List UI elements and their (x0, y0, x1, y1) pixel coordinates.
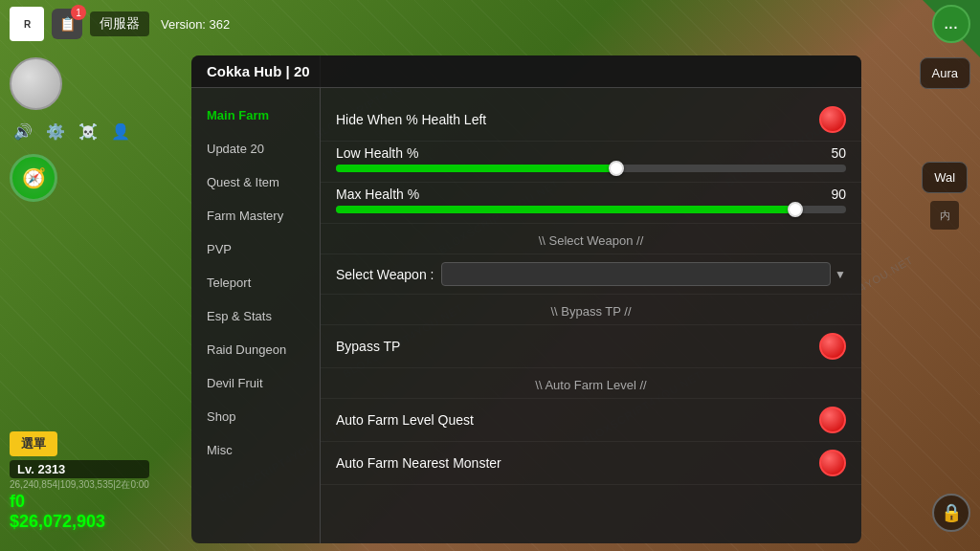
sidebar-item-update-20[interactable]: Update 20 (191, 132, 320, 165)
lock-button[interactable]: 🔒 (932, 494, 970, 532)
low-health-value: 50 (817, 145, 846, 161)
left-hud: 🔊 ⚙️ ☠️ 👤 🧭 (10, 57, 134, 202)
dropdown-arrow-icon: ▼ (835, 268, 846, 281)
sidebar-item-devil-fruit[interactable]: Devil Fruit (191, 366, 320, 400)
sidebar-item-quest-item[interactable]: Quest & Item (191, 165, 320, 199)
hide-health-label: Hide When % Health Left (336, 112, 819, 127)
server-label[interactable]: 伺服器 (90, 11, 149, 36)
sidebar-item-main-farm[interactable]: Main Farm (191, 99, 320, 132)
right-panel-icon: 内 (930, 201, 959, 230)
panel-title: Cokka Hub | 20 (207, 63, 310, 79)
sidebar-item-raid-dungeon[interactable]: Raid Dungeon (191, 333, 320, 366)
sidebar-item-pvp[interactable]: PVP (191, 232, 320, 266)
more-options-button[interactable]: ... (932, 5, 970, 43)
hud-icons: 🔊 ⚙️ ☠️ 👤 (10, 118, 134, 144)
sidebar-item-shop[interactable]: Shop (191, 400, 320, 433)
max-health-label: Max Health % (336, 187, 419, 202)
compass-icon: 🧭 (10, 154, 57, 202)
hide-health-toggle[interactable] (819, 106, 846, 133)
select-button[interactable]: 選單 (10, 431, 57, 456)
select-weapon-row: Select Weapon : ▼ (321, 254, 861, 295)
bypass-tp-row: Bypass TP (321, 325, 861, 368)
sidebar-item-farm-mastery[interactable]: Farm Mastery (191, 199, 320, 232)
sidebar: Main Farm Update 20 Quest & Item Farm Ma… (191, 55, 321, 543)
right-hud: Aura Wal 内 (920, 57, 970, 230)
roblox-icon: R (10, 7, 44, 41)
max-health-slider-row: Max Health % 90 (321, 183, 861, 224)
auto-farm-nearest-row: Auto Farm Nearest Monster (321, 442, 861, 485)
max-health-thumb[interactable] (788, 202, 803, 217)
sound-icon[interactable]: 🔊 (10, 118, 36, 144)
auto-farm-nearest-label: Auto Farm Nearest Monster (336, 455, 819, 471)
gear-icon[interactable]: ⚙️ (42, 118, 69, 144)
level-badge: Lv. 2313 (10, 460, 149, 478)
money-display: $26,072,903 (10, 512, 149, 532)
max-health-track[interactable] (336, 206, 846, 213)
moon-icon (10, 57, 62, 110)
bypass-tp-label: Bypass TP (336, 339, 819, 354)
content-area: Hide When % Health Left Low Health % 50 … (321, 55, 861, 543)
stat-f0: f0 (10, 492, 149, 512)
notification-badge[interactable]: 📋 1 (52, 9, 82, 39)
max-health-value: 90 (817, 187, 846, 202)
auto-farm-level-quest-row: Auto Farm Level Quest (321, 399, 861, 442)
main-panel: Cokka Hub | 20 Main Farm Update 20 Quest… (191, 55, 861, 543)
auto-farm-level-header: \\ Auto Farm Level // (321, 368, 861, 399)
low-health-thumb[interactable] (609, 161, 624, 176)
sidebar-item-teleport[interactable]: Teleport (191, 266, 320, 299)
auto-farm-nearest-toggle[interactable] (819, 450, 846, 476)
max-health-fill (336, 206, 795, 213)
hide-health-row: Hide When % Health Left (321, 99, 861, 142)
low-health-fill (336, 165, 616, 172)
low-health-track[interactable] (336, 165, 846, 172)
select-weapon-dropdown[interactable] (441, 262, 831, 286)
select-weapon-label: Select Weapon : (336, 267, 434, 282)
bypass-tp-toggle[interactable] (819, 333, 846, 360)
walk-button[interactable]: Wal (922, 162, 968, 193)
bottom-left-hud: 選單 Lv. 2313 26,240,854|109,303,535|2在0:0… (10, 431, 149, 532)
select-weapon-header: \\ Select Weapon // (321, 224, 861, 254)
skull-icon[interactable]: ☠️ (75, 118, 101, 144)
version-label: Version: 362 (161, 17, 230, 32)
stats-sub: 26,240,854|109,303,535|2在0:00 (10, 478, 149, 492)
low-health-label: Low Health % (336, 145, 418, 161)
low-health-slider-row: Low Health % 50 (321, 142, 861, 183)
notification-count: 1 (71, 5, 86, 20)
aura-button[interactable]: Aura (920, 57, 970, 89)
panel-header: Cokka Hub | 20 (191, 55, 861, 88)
auto-farm-level-quest-toggle[interactable] (819, 407, 846, 433)
bypass-tp-header: \\ Bypass TP // (321, 295, 861, 325)
sidebar-item-misc[interactable]: Misc (191, 433, 320, 467)
person-icon[interactable]: 👤 (107, 118, 134, 144)
auto-farm-level-quest-label: Auto Farm Level Quest (336, 412, 819, 428)
sidebar-item-esp-stats[interactable]: Esp & Stats (191, 299, 320, 333)
top-bar: R 📋 1 伺服器 Version: 362 ... (0, 0, 980, 48)
